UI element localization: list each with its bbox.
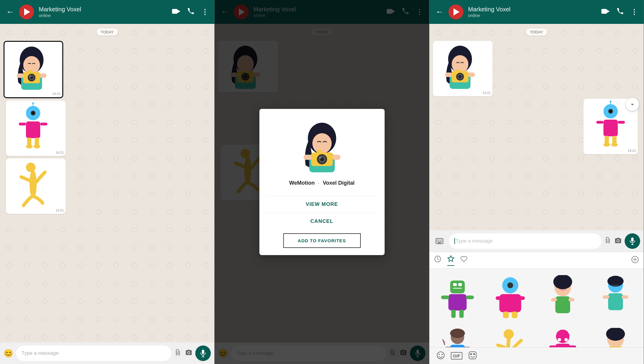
gif-btn[interactable]: GIF <box>451 352 462 360</box>
message-input-3[interactable]: Type a message <box>449 233 601 249</box>
sticker-keyboard-btn[interactable] <box>468 351 477 361</box>
date-badge-1: TODAY <box>0 29 214 36</box>
svg-rect-52 <box>317 150 322 153</box>
play-icon-3 <box>453 8 459 16</box>
svg-rect-75 <box>596 121 603 124</box>
modal-sticker-preview <box>292 118 352 175</box>
svg-rect-88 <box>440 241 441 242</box>
phone-icon-1[interactable] <box>188 8 194 16</box>
svg-marker-58 <box>607 10 610 13</box>
date-badge-3: TODAY <box>429 29 644 36</box>
video-call-icon-1[interactable] <box>172 8 180 16</box>
svg-point-157 <box>473 353 475 355</box>
more-icon-1[interactable]: ⋮ <box>201 8 208 16</box>
right-input-icons <box>604 237 622 245</box>
sticker-cell-1[interactable] <box>432 271 483 323</box>
svg-point-123 <box>608 276 624 286</box>
emoji-btn-1[interactable]: 😊 <box>4 349 13 358</box>
svg-rect-106 <box>451 310 456 318</box>
svg-rect-115 <box>503 311 509 318</box>
svg-point-53 <box>319 157 321 159</box>
msg-time-3-2: 14:21 <box>585 149 636 152</box>
chat-header-1: ← Marketing Voxel online ⋮ <box>0 0 214 24</box>
view-more-button[interactable]: VIEW MORE <box>267 196 377 213</box>
svg-point-135 <box>556 329 569 343</box>
message-input-1[interactable]: Type a message <box>16 346 171 361</box>
play-icon-1 <box>24 8 30 16</box>
header-info-1: Marketing Voxel online <box>39 6 167 18</box>
svg-rect-11 <box>28 70 32 73</box>
sticker-cell-3[interactable] <box>537 271 589 323</box>
svg-rect-110 <box>499 294 521 312</box>
chat-header-3: ← Marketing Voxel online ⋮ <box>429 0 644 24</box>
svg-rect-20 <box>40 123 47 126</box>
sticker-cell-4[interactable] <box>590 271 641 323</box>
video-call-icon-3[interactable] <box>601 8 610 16</box>
svg-rect-89 <box>441 241 442 242</box>
svg-point-154 <box>442 354 443 355</box>
attachment-icon-3[interactable] <box>604 237 611 245</box>
attachment-icon-1[interactable] <box>174 349 181 357</box>
sticker-panel <box>429 252 644 347</box>
svg-rect-91 <box>631 237 634 242</box>
svg-rect-125 <box>603 295 610 299</box>
input-bar-1: 😊 Type a message <box>0 343 214 364</box>
phone-icon-3[interactable] <box>617 8 623 16</box>
sticker-image-1 <box>6 44 57 91</box>
camera-icon-3[interactable] <box>614 237 622 245</box>
svg-rect-46 <box>332 155 340 160</box>
mic-btn-3[interactable] <box>625 233 640 249</box>
contact-name-3: Marketing Voxel <box>468 6 597 13</box>
modal-dialog: WeMotion · Voxel Digital VIEW MORE CANCE… <box>259 109 385 255</box>
svg-point-138 <box>565 338 568 341</box>
contact-status-3: online <box>468 13 597 18</box>
msg-time-1: 14:21 <box>6 92 61 95</box>
svg-rect-90 <box>438 242 441 243</box>
svg-rect-100 <box>453 283 457 286</box>
input-bar-3: Type a message <box>429 230 644 252</box>
svg-point-12 <box>30 75 31 77</box>
modal-sticker-pack-info: WeMotion · Voxel Digital <box>289 180 354 186</box>
back-button-1[interactable]: ← <box>6 7 14 17</box>
svg-rect-120 <box>551 298 557 301</box>
svg-point-73 <box>610 101 612 102</box>
svg-rect-19 <box>19 123 26 126</box>
panel-1: ← Marketing Voxel online ⋮ TODAY <box>0 0 215 364</box>
back-button-3[interactable]: ← <box>435 7 444 17</box>
svg-point-23 <box>26 145 32 149</box>
add-to-favorites-button[interactable]: ADD TO FAVORITES <box>283 233 361 248</box>
svg-rect-87 <box>438 241 439 242</box>
sticker-msg-1[interactable]: 14:21 <box>4 41 63 98</box>
contact-status-1: online <box>39 13 167 18</box>
sticker-tab-starred[interactable] <box>447 255 454 266</box>
svg-point-26 <box>30 170 37 198</box>
messages-area-3: 14:21 <box>429 38 644 157</box>
emoji-keyboard-btn[interactable] <box>436 351 445 361</box>
svg-point-156 <box>470 353 472 355</box>
svg-rect-61 <box>445 73 453 77</box>
cancel-button[interactable]: CANCEL <box>267 213 377 230</box>
sticker-tab-heart[interactable] <box>460 255 467 266</box>
svg-rect-85 <box>441 240 442 240</box>
sticker-msg-3[interactable]: 14:21 <box>6 158 66 214</box>
keyboard-btn[interactable] <box>433 235 446 248</box>
more-icon-3[interactable]: ⋮ <box>631 8 638 16</box>
camera-icon-1[interactable] <box>185 349 192 357</box>
svg-rect-114 <box>518 296 525 300</box>
scroll-down-btn[interactable] <box>626 98 639 111</box>
svg-rect-104 <box>441 295 449 299</box>
svg-rect-57 <box>601 9 607 14</box>
sticker-msg-3-1[interactable]: 14:21 <box>433 41 493 96</box>
sticker-cell-2[interactable] <box>484 271 536 323</box>
svg-rect-82 <box>437 240 438 240</box>
svg-rect-119 <box>555 296 570 313</box>
svg-rect-27 <box>202 350 204 354</box>
msg-time-3-1: 14:21 <box>435 91 491 95</box>
sticker-add-btn[interactable] <box>631 256 639 265</box>
svg-rect-107 <box>459 310 464 318</box>
svg-rect-116 <box>512 311 518 318</box>
svg-rect-83 <box>438 240 439 240</box>
sticker-msg-2[interactable]: 14:21 <box>6 101 66 156</box>
sticker-tab-recent[interactable] <box>434 255 441 266</box>
mic-btn-1[interactable] <box>195 346 211 361</box>
